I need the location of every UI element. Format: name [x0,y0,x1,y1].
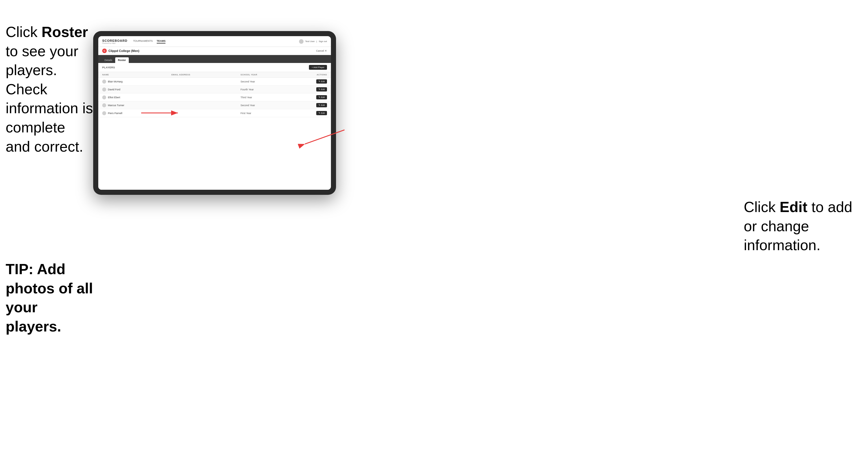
team-logo: C [102,49,107,53]
nav-tournaments[interactable]: TOURNAMENTS [133,39,153,43]
team-header: C Clippd College (Men) Cancel ✕ [98,47,331,55]
user-label: Test User [305,40,315,43]
actions-cell: ✎ Edit [292,87,327,92]
tab-roster[interactable]: Roster [115,57,129,63]
tab-bar: Details Roster [98,55,331,63]
players-label: PLAYERS [102,66,115,69]
player-name: Marcus Turner [108,104,124,107]
player-year: Fourth Year [241,88,292,91]
cancel-button[interactable]: Cancel ✕ [316,50,327,52]
avatar [102,88,106,92]
avatar [102,103,106,107]
edit-button[interactable]: ✎ Edit [316,79,327,84]
edit-button[interactable]: ✎ Edit [316,87,327,92]
nav-links: TOURNAMENTS TEAMS [133,39,299,43]
avatar [102,111,106,115]
player-year: Second Year [241,80,292,83]
sign-out-link[interactable]: Sign out [319,40,327,43]
col-actions: ACTIONS [292,73,327,76]
table-header: NAME EMAIL ADDRESS SCHOOL YEAR ACTIONS [98,72,331,77]
col-name: NAME [102,73,172,76]
annotation-left: Click Roster to see your players. Check … [6,23,93,156]
player-year: Third Year [241,96,292,99]
players-header: PLAYERS + Add Player [98,63,331,72]
avatar [102,80,106,84]
actions-cell: ✎ Edit [292,79,327,84]
actions-cell: ✎ Edit [292,103,327,107]
player-name: Elliot Ebert [108,96,120,99]
header-right: Test User | Sign out [299,39,327,44]
team-name: Clippd College (Men) [108,49,139,53]
col-email: EMAIL ADDRESS [172,73,241,76]
player-cell: Piers Parnell [102,111,172,115]
col-year: SCHOOL YEAR [241,73,292,76]
actions-cell: ✎ Edit [292,95,327,99]
annotation-tip: TIP: Add photos of all your players. [6,260,93,336]
table-row: Elliot Ebert Third Year ✎ Edit [98,93,331,101]
logo-text: SCOREBOARD [102,39,127,42]
table-body: Blair McHarg Second Year ✎ Edit David Fo… [98,77,331,190]
player-name: David Ford [108,88,120,91]
table-row: Marcus Turner Second Year ✎ Edit [98,101,331,109]
edit-button[interactable]: ✎ Edit [316,95,327,99]
table-row: Blair McHarg Second Year ✎ Edit [98,77,331,86]
table-row: Piers Parnell First Year ✎ Edit [98,109,331,117]
app-header: SCOREBOARD Powered by clippi TOURNAMENTS… [98,36,331,47]
logo-area: SCOREBOARD Powered by clippi [102,39,127,44]
user-icon [299,39,304,44]
player-name: Piers Parnell [108,112,122,115]
annotation-right: Click Edit to add or change information. [744,198,857,255]
logo-sub: Powered by clippi [102,42,127,44]
team-name-area: C Clippd College (Men) [102,49,139,53]
nav-teams[interactable]: TEAMS [157,39,166,43]
player-name: Blair McHarg [108,80,123,83]
actions-cell: ✎ Edit [292,111,327,115]
tab-details[interactable]: Details [102,57,115,63]
table-row: David Ford Fourth Year ✎ Edit [98,86,331,93]
add-player-button[interactable]: + Add Player [309,65,327,70]
player-cell: David Ford [102,88,172,92]
player-cell: Marcus Turner [102,103,172,107]
player-year: Second Year [241,104,292,107]
player-year: First Year [241,112,292,115]
separator: | [316,40,317,43]
edit-button[interactable]: ✎ Edit [316,111,327,115]
tablet-screen: SCOREBOARD Powered by clippi TOURNAMENTS… [98,36,331,190]
player-cell: Blair McHarg [102,80,172,84]
avatar [102,95,106,99]
player-cell: Elliot Ebert [102,95,172,99]
edit-button[interactable]: ✎ Edit [316,103,327,107]
content-area: PLAYERS + Add Player NAME EMAIL ADDRESS … [98,63,331,190]
tablet-device: SCOREBOARD Powered by clippi TOURNAMENTS… [93,31,336,195]
